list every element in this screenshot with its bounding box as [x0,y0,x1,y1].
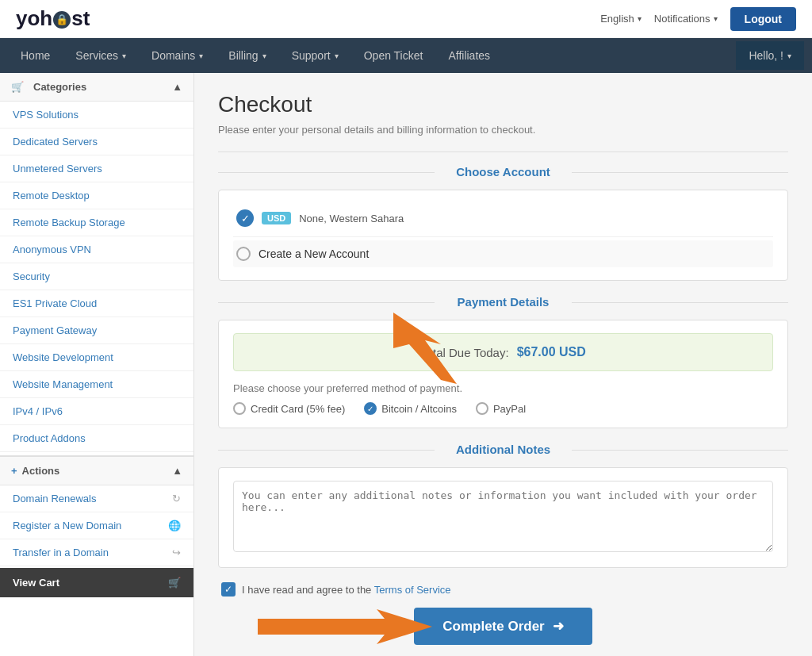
sidebar-item-webdev[interactable]: Website Development [0,344,193,371]
nav-domains-caret: ▾ [199,52,203,60]
language-selector[interactable]: English ▾ [600,13,642,25]
sidebar-item-es1[interactable]: ES1 Private Cloud [0,290,193,317]
page-subtitle: Please enter your personal details and b… [218,124,788,136]
annotation-arrow-2 [258,603,432,650]
paypal-label: PayPal [493,403,526,415]
existing-account-option[interactable]: ✓ USD None, Western Sahara [233,203,773,233]
actions-plus-icon: + [11,465,17,477]
user-menu[interactable]: Hello, ! ▾ [736,41,804,70]
logo-lock-icon: 🔒 [53,11,71,29]
refresh-icon: ↻ [172,493,181,504]
nav-support-label: Support [292,49,331,62]
sidebar-item-ipv[interactable]: IPv4 / IPv6 [0,398,193,425]
complete-order-button[interactable]: Complete Order ➜ [414,608,592,645]
nav-open-ticket[interactable]: Open Ticket [351,38,436,73]
sidebar-item-addons[interactable]: Product Addons [0,425,193,452]
svg-marker-1 [258,609,432,644]
terms-checkbox[interactable]: ✓ [221,582,236,597]
sidebar-item-domain-renewals[interactable]: Domain Renewals ↻ [0,485,193,512]
logout-button[interactable]: Logout [730,7,796,31]
nav-open-ticket-label: Open Ticket [364,49,423,62]
total-amount: $67.00 USD [517,345,586,359]
credit-card-radio [233,402,246,415]
sidebar-payment-label: Payment Gateway [13,324,97,336]
sidebar-item-vpn[interactable]: Anonymous VPN [0,236,193,263]
bitcoin-label: Bitcoin / Altcoins [381,403,457,415]
sidebar-ipv-label: IPv4 / IPv6 [13,405,63,417]
domain-renewals-label: Domain Renewals [13,493,97,504]
nav-services-label: Services [75,49,118,62]
payment-paypal[interactable]: PayPal [476,402,526,415]
sidebar-item-unmetered[interactable]: Unmetered Servers [0,155,193,182]
sidebar-item-register-domain[interactable]: Register a New Domain 🌐 [0,512,193,539]
nav-home-label: Home [21,49,50,62]
sidebar-item-transfer-domain[interactable]: Transfer in a Domain ↪ [0,539,193,566]
nav-domains-label: Domains [151,49,195,62]
sidebar-security-label: Security [13,270,50,282]
title-divider [218,152,788,152]
sidebar-item-dedicated[interactable]: Dedicated Servers [0,129,193,155]
sidebar-item-security[interactable]: Security [0,263,193,290]
sidebar-item-webmgmt[interactable]: Website Management [0,371,193,398]
nav-affiliates[interactable]: Affiliates [435,38,503,73]
nav-services[interactable]: Services ▾ [63,38,139,73]
sidebar: 🛒 Categories ▲ VPS Solutions Dedicated S… [0,73,194,656]
language-caret-icon: ▾ [638,14,642,23]
create-account-option[interactable]: Create a New Account [233,240,773,267]
notifications-caret-icon: ▾ [714,14,718,23]
nav-support[interactable]: Support ▾ [279,38,351,73]
sidebar-item-vps[interactable]: VPS Solutions [0,102,193,129]
paypal-radio [476,402,488,415]
nav-home[interactable]: Home [8,38,63,73]
complete-order-arrow-icon: ➜ [553,618,564,635]
payment-bitcoin[interactable]: Bitcoin / Altcoins [364,402,457,415]
create-account-label: Create a New Account [259,247,369,260]
categories-collapse-icon[interactable]: ▲ [172,81,182,93]
additional-notes-box [218,467,788,568]
sidebar-dedicated-label: Dedicated Servers [13,136,98,148]
credit-card-label: Credit Card (5% fee) [251,403,345,415]
notifications-dropdown[interactable]: Notifications ▾ [654,13,718,25]
main-content: Checkout Please enter your personal deta… [194,73,812,656]
actions-header: + Actions ▲ [0,455,193,485]
sidebar-item-backup[interactable]: Remote Backup Storage [0,209,193,236]
categories-label: Categories [33,81,86,93]
sidebar-remote-desktop-label: Remote Desktop [13,190,90,201]
terms-row: ✓ I have read and agree to the Terms of … [218,582,788,597]
complete-order-section: Complete Order ➜ [218,608,788,645]
logo-text-st: st [71,6,90,31]
view-cart-icon: 🛒 [168,577,181,589]
total-due-box: Total Due Today: $67.00 USD [233,333,773,371]
top-right: English ▾ Notifications ▾ Logout [600,7,796,31]
payment-methods: Credit Card (5% fee) Bitcoin / Altcoins … [233,402,773,415]
logo-text-yoh: yoh [16,6,52,31]
nav-bar: Home Services ▾ Domains ▾ Billing ▾ Supp… [0,38,812,73]
sidebar-webmgmt-label: Website Management [13,378,113,390]
page-title: Checkout [218,92,788,117]
view-cart-button[interactable]: View Cart 🛒 [0,568,193,597]
sidebar-unmetered-label: Unmetered Servers [13,163,102,175]
choose-account-section-title: Choose Account [218,165,788,178]
categories-header: 🛒 Categories ▲ [0,73,193,102]
sidebar-item-remote-desktop[interactable]: Remote Desktop [0,182,193,209]
total-due-label: Total Due Today: [420,346,508,359]
sidebar-es1-label: ES1 Private Cloud [13,297,97,309]
nav-billing-label: Billing [228,49,258,62]
notes-textarea[interactable] [233,481,773,552]
actions-collapse-icon[interactable]: ▲ [172,465,182,477]
transfer-domain-label: Transfer in a Domain [13,547,109,558]
language-label: English [600,13,634,25]
nav-domains[interactable]: Domains ▾ [139,38,216,73]
nav-billing-caret: ▾ [262,52,266,60]
payment-method-prompt: Please choose your preferred method of p… [233,382,773,394]
payment-credit-card[interactable]: Credit Card (5% fee) [233,402,345,415]
share-icon: ↪ [172,547,181,558]
sidebar-item-payment[interactable]: Payment Gateway [0,317,193,344]
complete-order-label: Complete Order [442,619,544,635]
terms-of-service-link[interactable]: Terms of Service [374,584,451,596]
logo: yoh🔒st [16,6,90,31]
terms-text: I have read and agree to the Terms of Se… [242,584,451,596]
sidebar-addons-label: Product Addons [13,432,86,444]
nav-billing[interactable]: Billing ▾ [216,38,278,73]
create-account-radio [236,247,251,261]
